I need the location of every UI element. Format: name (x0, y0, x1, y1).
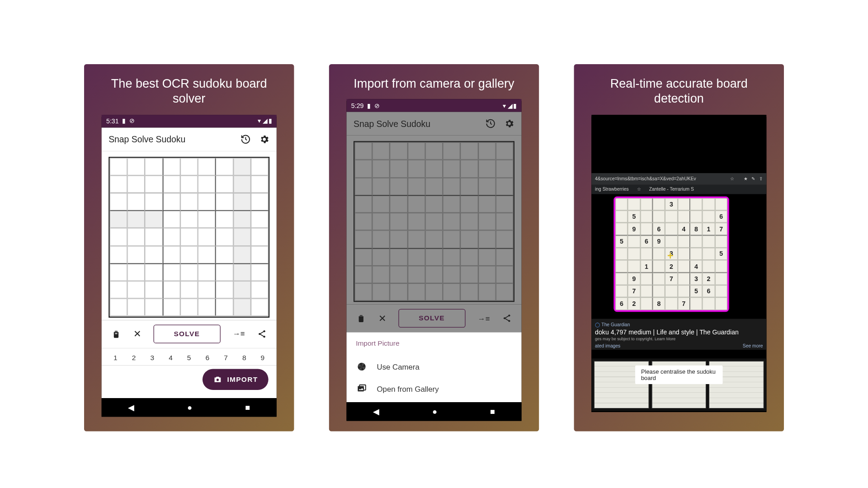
number-key[interactable]: 1 (113, 353, 118, 361)
number-key[interactable]: 2 (132, 353, 136, 361)
sudoku-cell[interactable] (180, 299, 198, 316)
sudoku-cell[interactable] (180, 175, 198, 193)
number-key[interactable]: 8 (242, 353, 246, 361)
sudoku-cell[interactable] (145, 228, 163, 246)
number-key[interactable]: 6 (206, 353, 210, 361)
sudoku-cell[interactable] (110, 211, 127, 228)
sheet-item-camera[interactable]: Use Camera (356, 356, 512, 378)
sudoku-cell[interactable] (110, 228, 127, 246)
sudoku-cell[interactable] (127, 228, 145, 246)
settings-icon[interactable] (504, 118, 514, 129)
sudoku-cell[interactable] (233, 193, 251, 211)
sudoku-cell[interactable] (163, 281, 180, 299)
nav-recents-icon[interactable]: ■ (490, 407, 495, 417)
sudoku-cell[interactable] (216, 299, 233, 316)
sheet-item-gallery[interactable]: Open from Gallery (356, 378, 512, 400)
sudoku-cell[interactable] (251, 228, 269, 246)
sudoku-cell[interactable] (110, 193, 127, 211)
number-key[interactable]: 9 (261, 353, 265, 361)
sudoku-cell[interactable] (145, 246, 163, 263)
solve-button[interactable]: SOLVE (153, 324, 220, 343)
nav-back-icon[interactable]: ◀ (128, 403, 134, 412)
sudoku-cell[interactable] (233, 263, 251, 281)
sudoku-cell[interactable] (127, 281, 145, 299)
sudoku-cell[interactable] (198, 299, 216, 316)
share-icon[interactable] (257, 329, 267, 338)
sudoku-cell[interactable] (216, 193, 233, 211)
sudoku-cell[interactable] (110, 246, 127, 263)
sudoku-cell[interactable] (127, 246, 145, 263)
sudoku-cell[interactable] (180, 228, 198, 246)
sudoku-cell[interactable] (251, 211, 269, 228)
number-key[interactable]: 7 (224, 353, 228, 361)
sudoku-cell[interactable] (127, 175, 145, 193)
sudoku-cell[interactable] (216, 158, 233, 175)
sudoku-cell[interactable] (233, 299, 251, 316)
sudoku-board[interactable] (102, 150, 277, 319)
nav-back-icon[interactable]: ◀ (373, 407, 379, 417)
sudoku-cell[interactable] (233, 211, 251, 228)
sudoku-cell[interactable] (251, 175, 269, 193)
sudoku-cell[interactable] (251, 263, 269, 281)
delete-icon[interactable] (111, 329, 121, 338)
see-more-link[interactable]: See more (743, 343, 763, 348)
sudoku-cell[interactable] (145, 281, 163, 299)
sudoku-cell[interactable] (216, 246, 233, 263)
sudoku-cell[interactable] (180, 158, 198, 175)
sudoku-cell[interactable] (163, 299, 180, 316)
sudoku-cell[interactable] (233, 281, 251, 299)
nav-recents-icon[interactable]: ■ (245, 403, 250, 412)
sudoku-cell[interactable] (110, 263, 127, 281)
sudoku-cell[interactable] (216, 228, 233, 246)
number-key[interactable]: 3 (150, 353, 154, 361)
sudoku-cell[interactable] (251, 246, 269, 263)
history-icon[interactable] (241, 134, 251, 144)
sudoku-cell[interactable] (180, 246, 198, 263)
sudoku-cell[interactable] (127, 158, 145, 175)
sudoku-cell[interactable] (145, 299, 163, 316)
sudoku-cell[interactable] (145, 211, 163, 228)
sudoku-cell[interactable] (233, 228, 251, 246)
sudoku-cell[interactable] (233, 246, 251, 263)
sudoku-cell[interactable] (163, 263, 180, 281)
nav-home-icon[interactable]: ● (187, 403, 192, 412)
sudoku-cell[interactable] (198, 228, 216, 246)
sudoku-cell[interactable] (180, 263, 198, 281)
sudoku-cell[interactable] (233, 158, 251, 175)
sudoku-cell[interactable] (251, 299, 269, 316)
sudoku-cell[interactable] (127, 299, 145, 316)
sudoku-cell[interactable] (198, 263, 216, 281)
import-button[interactable]: IMPORT (203, 369, 268, 389)
sudoku-cell[interactable] (251, 158, 269, 175)
steps-icon[interactable]: →≡ (233, 329, 245, 338)
sudoku-cell[interactable] (163, 175, 180, 193)
sudoku-cell[interactable] (180, 193, 198, 211)
sudoku-cell[interactable] (198, 158, 216, 175)
sudoku-cell[interactable] (163, 211, 180, 228)
sudoku-cell[interactable] (145, 193, 163, 211)
settings-icon[interactable] (259, 134, 269, 144)
sudoku-cell[interactable] (198, 211, 216, 228)
sudoku-cell[interactable] (180, 211, 198, 228)
sudoku-cell[interactable] (251, 281, 269, 299)
sudoku-cell[interactable] (145, 158, 163, 175)
sudoku-cell[interactable] (145, 175, 163, 193)
number-key[interactable]: 5 (187, 353, 191, 361)
sudoku-cell[interactable] (216, 211, 233, 228)
sudoku-cell[interactable] (163, 246, 180, 263)
sudoku-cell[interactable] (145, 263, 163, 281)
sudoku-cell[interactable] (198, 246, 216, 263)
clear-icon[interactable]: ✕ (133, 328, 141, 339)
sudoku-cell[interactable] (198, 193, 216, 211)
sudoku-cell[interactable] (110, 281, 127, 299)
sudoku-cell[interactable] (163, 228, 180, 246)
nav-home-icon[interactable]: ● (432, 407, 437, 417)
sudoku-cell[interactable] (163, 158, 180, 175)
sudoku-cell[interactable] (198, 175, 216, 193)
sudoku-cell[interactable] (163, 193, 180, 211)
sudoku-cell[interactable] (216, 263, 233, 281)
number-key[interactable]: 4 (169, 353, 173, 361)
sudoku-cell[interactable] (216, 175, 233, 193)
sudoku-cell[interactable] (216, 281, 233, 299)
sudoku-cell[interactable] (110, 299, 127, 316)
